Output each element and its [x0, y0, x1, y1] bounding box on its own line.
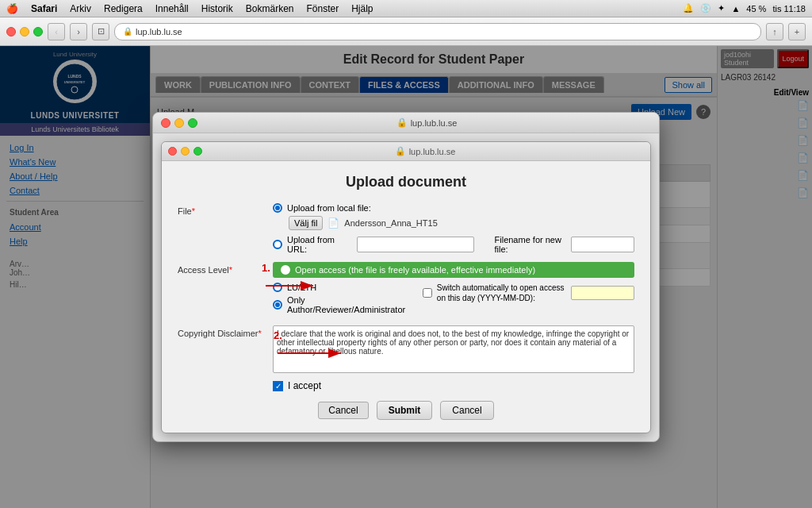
dialog-buttons: Cancel Submit Cancel: [178, 401, 634, 420]
access-middle-row: LU/LTH Only Author/Reviewer/Administrato…: [273, 283, 634, 318]
cancel-outer-button[interactable]: Cancel: [318, 402, 368, 419]
outer-url: lup.lub.lu.se: [411, 118, 458, 128]
accept-checkbox[interactable]: ✓: [273, 381, 283, 391]
inner-url: lup.lub.lu.se: [409, 147, 456, 156]
menu-bar: 🍎 Safari Arkiv Redigera Innehåll Histori…: [0, 0, 812, 17]
outer-minimize[interactable]: [174, 118, 184, 128]
author-row: Only Author/Reviewer/Administrator: [273, 295, 416, 314]
apple-menu[interactable]: 🍎: [6, 3, 18, 14]
access-left: LU/LTH Only Author/Reviewer/Administrato…: [273, 283, 416, 318]
accept-row: ✓ I accept: [273, 380, 634, 391]
switch-row: Switch automatically to open access on t…: [423, 283, 634, 303]
url-text: lup.lub.lu.se: [136, 27, 182, 37]
hjalp-menu[interactable]: Hjälp: [351, 3, 373, 14]
disk-icon: 💿: [700, 3, 711, 13]
switch-checkbox[interactable]: [423, 288, 432, 298]
file-label: File*: [178, 203, 273, 216]
minimize-button[interactable]: [20, 27, 29, 37]
radio-lu-lth[interactable]: [273, 283, 282, 292]
cancel-inner-button[interactable]: Cancel: [440, 401, 493, 420]
outer-dialog-titlebar: 🔒 lup.lub.lu.se: [153, 113, 659, 133]
view-toggle[interactable]: ⊡: [92, 23, 109, 40]
dialog-title: Upload document: [178, 174, 634, 190]
copyright-content: I declare that the work is original and …: [273, 325, 634, 391]
bluetooth-icon: ✦: [718, 3, 725, 13]
arkiv-menu[interactable]: Arkiv: [70, 3, 91, 14]
file-content: Upload from local file: Välj fil 📄 Ander…: [273, 203, 634, 254]
inner-close[interactable]: [168, 147, 177, 156]
new-tab-button[interactable]: +: [788, 23, 806, 40]
access-form-group: Access Level* Open access (the file is f…: [178, 262, 634, 318]
file-area: Välj fil 📄 Andersson_Anna_HT15: [289, 216, 634, 230]
inner-address-display: 🔒 lup.lub.lu.se: [206, 146, 644, 156]
file-radio-group: Upload from local file: Välj fil 📄 Ander…: [273, 203, 634, 254]
upload-url-row: Upload from URL: Filename for new file:: [273, 235, 634, 254]
back-button[interactable]: ‹: [48, 23, 65, 40]
inner-dialog: 🔒 lup.lub.lu.se Upload document File*: [161, 141, 651, 433]
date-input[interactable]: [571, 286, 634, 300]
author-label: Only Author/Reviewer/Administrator: [287, 295, 416, 314]
upload-local-label: Upload from local file:: [287, 203, 371, 213]
close-button[interactable]: [6, 27, 16, 37]
notification-icon: 🔔: [683, 3, 694, 13]
menu-bar-right: 🔔 💿 ✦ ▲ 45 % tis 11:18: [683, 3, 806, 13]
open-access-row: Open access (the file is freely availabl…: [273, 262, 634, 278]
dialog-body: Upload document File* Upload from local …: [162, 161, 650, 433]
access-right-switch: Switch automatically to open access on t…: [423, 283, 634, 303]
radio-url[interactable]: [273, 240, 282, 249]
modal-overlay: 🔒 lup.lub.lu.se 🔒 lup.lub.lu.se Upload d…: [0, 46, 812, 508]
inner-maximize[interactable]: [193, 147, 202, 156]
switch-label: Switch automatically to open access on t…: [437, 283, 566, 303]
forward-button[interactable]: ›: [70, 23, 87, 40]
open-access-label: Open access (the file is freely availabl…: [295, 265, 535, 275]
filename-new-label: Filename for new file:: [495, 235, 566, 254]
upload-url-label: Upload from URL:: [287, 235, 352, 254]
outer-close[interactable]: [161, 118, 170, 128]
outer-dialog: 🔒 lup.lub.lu.se 🔒 lup.lub.lu.se Upload d…: [152, 112, 660, 442]
fonster-menu[interactable]: Fönster: [307, 3, 339, 14]
inner-dialog-titlebar: 🔒 lup.lub.lu.se: [162, 142, 650, 161]
outer-maximize[interactable]: [188, 118, 197, 128]
bokmarken-menu[interactable]: Bokmärken: [246, 3, 294, 14]
traffic-lights: [6, 27, 43, 37]
redigera-menu[interactable]: Redigera: [104, 3, 143, 14]
historik-menu[interactable]: Historik: [201, 3, 233, 14]
maximize-button[interactable]: [33, 27, 43, 37]
outer-lock-icon: 🔒: [396, 117, 408, 128]
battery-display: 45 %: [746, 4, 766, 13]
outer-traffic-lights: [161, 118, 197, 128]
access-label: Access Level*: [178, 262, 273, 275]
inner-traffic-lights: [168, 147, 202, 156]
lu-lth-label: LU/LTH: [287, 283, 316, 292]
innehall-menu[interactable]: Innehåll: [155, 3, 189, 14]
file-form-group: File* Upload from local file: Välj fil: [178, 203, 634, 254]
address-bar[interactable]: 🔒 lup.lub.lu.se: [114, 23, 761, 40]
outer-address-bar[interactable]: 🔒 lup.lub.lu.se: [202, 117, 651, 128]
access-content: Open access (the file is freely availabl…: [273, 262, 634, 318]
submit-button[interactable]: Submit: [377, 401, 433, 420]
lu-lth-row: LU/LTH: [273, 283, 416, 292]
choose-file-button[interactable]: Välj fil: [289, 216, 323, 230]
url-input[interactable]: [357, 237, 474, 252]
inner-minimize[interactable]: [181, 147, 190, 156]
radio-author[interactable]: [273, 300, 282, 310]
copyright-textarea[interactable]: I declare that the work is original and …: [273, 325, 634, 373]
radio-open-access[interactable]: [281, 265, 290, 275]
filename-new-input[interactable]: [571, 237, 634, 252]
safari-menu[interactable]: Safari: [31, 3, 57, 14]
inner-lock-icon: 🔒: [395, 146, 406, 156]
wifi-icon: ▲: [731, 4, 740, 13]
radio-local[interactable]: [273, 203, 282, 213]
ssl-icon: 🔒: [123, 27, 132, 36]
copyright-label: Copyright Disclaimer*: [178, 325, 273, 338]
upload-local-row: Upload from local file:: [273, 203, 634, 213]
filename-new-group: Filename for new file:: [495, 235, 634, 254]
time-display: tis 11:18: [772, 4, 806, 13]
copyright-form-group: Copyright Disclaimer* I declare that the…: [178, 325, 634, 391]
browser-toolbar: ‹ › ⊡ 🔒 lup.lub.lu.se ↑ +: [0, 17, 812, 46]
upload-local-option: Upload from local file: Välj fil 📄 Ander…: [273, 203, 634, 230]
file-name-display: Andersson_Anna_HT15: [344, 218, 437, 228]
pdf-icon: 📄: [327, 217, 339, 229]
share-button[interactable]: ↑: [766, 23, 783, 40]
accept-label: I accept: [288, 380, 321, 391]
